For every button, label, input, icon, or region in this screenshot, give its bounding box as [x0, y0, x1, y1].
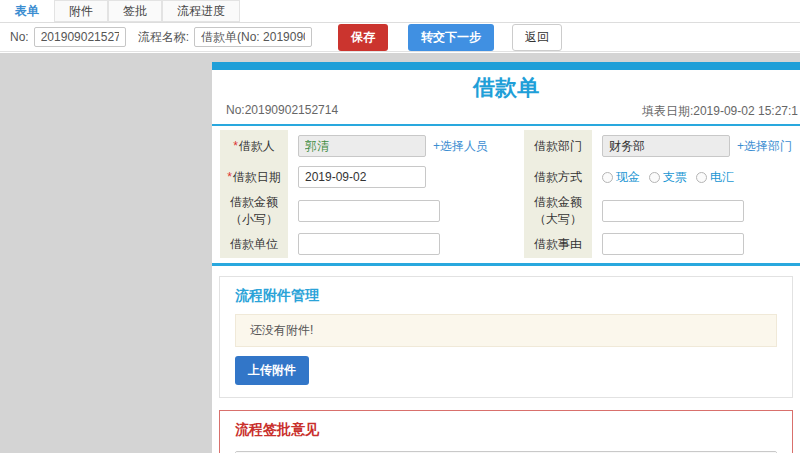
method-field: 现金 支票 电汇	[592, 162, 792, 192]
approval-title: 流程签批意见	[235, 421, 777, 439]
save-button[interactable]: 保存	[338, 24, 388, 51]
amount-upper-label: 借款金额（大写）	[524, 192, 592, 230]
doc-number: No:20190902152714	[226, 103, 338, 120]
radio-circle-icon	[649, 172, 660, 183]
process-name-label: 流程名称:	[138, 29, 189, 46]
amount-lower-input[interactable]	[298, 200, 440, 222]
select-department-link[interactable]: +选择部门	[737, 138, 792, 155]
tab-progress[interactable]: 流程进度	[162, 0, 240, 22]
tab-attachments[interactable]: 附件	[54, 0, 108, 22]
column-gap	[510, 230, 524, 258]
radio-circle-icon	[696, 172, 707, 183]
borrower-label-text: 借款人	[239, 138, 275, 155]
tab-form[interactable]: 表单	[0, 0, 54, 22]
fill-date: 填表日期:2019-09-02 15:27:1	[642, 103, 798, 120]
method-label: 借款方式	[524, 162, 592, 192]
no-attachments-message: 还没有附件!	[235, 314, 777, 347]
radio-cheque-label: 支票	[663, 169, 687, 186]
reason-field	[592, 230, 792, 258]
attachments-title: 流程附件管理	[235, 287, 777, 305]
reason-input[interactable]	[602, 233, 744, 255]
department-input[interactable]	[602, 135, 730, 157]
loan-date-label-text: 借款日期	[233, 169, 281, 186]
tab-approval[interactable]: 签批	[108, 0, 162, 22]
page-background: 借款单 No:20190902152714 填表日期:2019-09-02 15…	[0, 53, 800, 453]
panel-top-accent-bar	[212, 62, 800, 70]
app-window: 表单 附件 签批 流程进度 No: 流程名称: 保存 转交下一步 返回 借款单 …	[0, 0, 800, 453]
borrower-field: +选择人员	[288, 130, 510, 162]
method-label-text: 借款方式	[534, 169, 582, 186]
unit-label: 借款单位	[220, 230, 288, 258]
unit-input[interactable]	[298, 233, 440, 255]
no-label: No:	[10, 30, 29, 44]
payment-method-radio-group: 现金 支票 电汇	[602, 169, 734, 186]
form-panel: 借款单 No:20190902152714 填表日期:2019-09-02 15…	[212, 62, 800, 453]
department-label-text: 借款部门	[534, 138, 582, 155]
loan-form: * 借款人 +选择人员 借款部门 +选择部门 * 借款	[212, 126, 800, 263]
column-gap	[510, 162, 524, 192]
borrower-input[interactable]	[298, 135, 426, 157]
loan-date-field	[288, 162, 510, 192]
radio-cash-label: 现金	[616, 169, 640, 186]
loan-date-input[interactable]	[298, 166, 426, 188]
no-input[interactable]	[34, 27, 126, 47]
loan-date-label: * 借款日期	[220, 162, 288, 192]
amount-upper-field	[592, 192, 792, 230]
amount-lower-label: 借款金额（小写）	[220, 192, 288, 230]
required-mark: *	[227, 169, 232, 186]
select-person-link[interactable]: +选择人员	[433, 138, 488, 155]
divider-line	[212, 263, 800, 266]
radio-cheque[interactable]: 支票	[649, 169, 687, 186]
reason-label-text: 借款事由	[534, 236, 582, 253]
required-mark: *	[233, 138, 238, 155]
unit-label-text: 借款单位	[230, 236, 278, 253]
amount-upper-input[interactable]	[602, 200, 744, 222]
amount-lower-label-text: 借款金额（小写）	[225, 194, 283, 229]
process-name-input[interactable]	[194, 27, 312, 47]
radio-wire-label: 电汇	[710, 169, 734, 186]
unit-field	[288, 230, 510, 258]
attachments-section: 流程附件管理 还没有附件! 上传附件	[219, 276, 793, 398]
reason-label: 借款事由	[524, 230, 592, 258]
tab-bar: 表单 附件 签批 流程进度	[0, 0, 800, 23]
amount-upper-label-text: 借款金额（大写）	[529, 194, 587, 229]
column-gap	[510, 130, 524, 162]
radio-cash[interactable]: 现金	[602, 169, 640, 186]
upload-attachment-button[interactable]: 上传附件	[235, 356, 309, 385]
amount-lower-field	[288, 192, 510, 230]
department-label: 借款部门	[524, 130, 592, 162]
borrower-label: * 借款人	[220, 130, 288, 162]
next-step-button[interactable]: 转交下一步	[408, 24, 494, 51]
radio-circle-icon	[602, 172, 613, 183]
approval-section: 流程签批意见 B I abc	[219, 410, 793, 453]
radio-wire[interactable]: 电汇	[696, 169, 734, 186]
column-gap	[510, 192, 524, 230]
back-button[interactable]: 返回	[512, 24, 562, 51]
action-bar: No: 流程名称: 保存 转交下一步 返回	[0, 23, 800, 52]
page-title: 借款单	[212, 75, 800, 100]
doc-meta-row: No:20190902152714 填表日期:2019-09-02 15:27:…	[212, 103, 800, 124]
department-field: +选择部门	[592, 130, 792, 162]
